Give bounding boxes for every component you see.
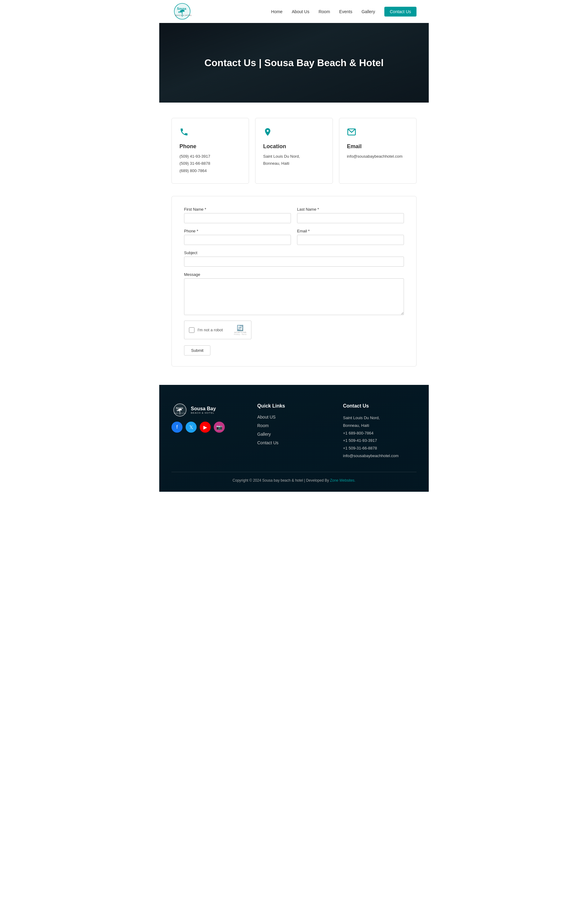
footer-link-about[interactable]: About US (257, 415, 275, 420)
contact-form-section: First Name * Last Name * Phone * Email *… (171, 196, 417, 366)
phone-title: Phone (179, 143, 241, 150)
svg-text:Sousa: Sousa (177, 7, 186, 10)
nav-about[interactable]: About Us (292, 9, 309, 14)
footer-contact-info: Contact Us Saint Louis Du Nord, Bonneau,… (343, 403, 417, 460)
nav-gallery[interactable]: Gallery (362, 9, 375, 14)
phone-input[interactable] (184, 235, 291, 245)
message-textarea[interactable] (184, 278, 404, 315)
email-input[interactable] (297, 235, 404, 245)
last-name-input[interactable] (297, 213, 404, 223)
footer-logo: Sousa Bay BEACH & HOTEL Sousa Bay BEACH … (171, 403, 216, 417)
nav-events[interactable]: Events (339, 9, 352, 14)
footer-logo-area: Sousa Bay BEACH & HOTEL Sousa Bay BEACH … (171, 403, 245, 460)
footer-logo-sub: BEACH & HOTEL (191, 412, 216, 414)
email-address: info@sousabaybeachhotel.com (347, 153, 409, 160)
footer-link-contact[interactable]: Contact Us (257, 440, 279, 445)
developer-link[interactable]: Zone Websites. (330, 478, 355, 483)
captcha-label: I'm not a robot (197, 328, 223, 332)
footer-contact-title: Contact Us (343, 403, 417, 409)
hero-section: Contact Us | Sousa Bay Beach & Hotel (159, 23, 429, 103)
subject-input[interactable] (184, 257, 404, 267)
footer-link-room[interactable]: Room (257, 423, 269, 428)
navbar: Sousa Bay BEACH & HOTEL Home About Us Ro… (159, 0, 429, 23)
captcha-checkbox[interactable] (189, 327, 194, 333)
nav-contact-button[interactable]: Contact Us (384, 7, 417, 16)
phone-icon (179, 127, 241, 139)
nav-room[interactable]: Room (319, 9, 330, 14)
submit-button[interactable]: Submit (184, 345, 210, 355)
footer-logo-name: Sousa Bay (191, 406, 216, 412)
phone-label: Phone * (184, 229, 291, 233)
last-name-label: Last Name * (297, 207, 404, 212)
footer-link-gallery[interactable]: Gallery (257, 432, 271, 437)
location-card: Location Saint Louis Du Nord, Bonneau, H… (255, 118, 332, 184)
logo[interactable]: Sousa Bay BEACH & HOTEL (171, 3, 194, 20)
location-title: Location (263, 143, 325, 150)
footer-contact-details: Saint Louis Du Nord, Bonneau, Haiti +1 6… (343, 414, 417, 460)
email-icon (347, 127, 409, 139)
quick-links-title: Quick Links (257, 403, 331, 409)
message-label: Message (184, 272, 404, 277)
phone-numbers: (509) 41-93-3917 (509) 31-66-8878 (689) … (179, 153, 241, 174)
hero-title: Contact Us | Sousa Bay Beach & Hotel (204, 57, 383, 68)
footer-quick-links: Quick Links About US Room Gallery Contac… (257, 403, 331, 460)
email-card: Email info@sousabaybeachhotel.com (339, 118, 417, 184)
footer: Sousa Bay BEACH & HOTEL Sousa Bay BEACH … (159, 385, 429, 492)
instagram-button[interactable]: 📷 (214, 421, 225, 433)
nav-home[interactable]: Home (271, 9, 282, 14)
subject-label: Subject (184, 251, 404, 255)
youtube-button[interactable]: ▶ (200, 421, 211, 433)
first-name-label: First Name * (184, 207, 291, 212)
nav-links: Home About Us Room Events Gallery Contac… (271, 9, 417, 15)
footer-copyright: Copyright © 2024 Sousa bay beach & hotel… (171, 478, 417, 483)
phone-card: Phone (509) 41-93-3917 (509) 31-66-8878 … (171, 118, 249, 184)
recaptcha-logo: 🔄 reCAPTCHA Privacy - Terms (234, 325, 246, 335)
captcha-box: I'm not a robot 🔄 reCAPTCHA Privacy - Te… (184, 321, 251, 339)
twitter-button[interactable]: 𝕏 (186, 421, 197, 433)
email-field-label: Email * (297, 229, 404, 233)
first-name-input[interactable] (184, 213, 291, 223)
location-address: Saint Louis Du Nord, Bonneau, Haiti (263, 153, 325, 167)
svg-text:BEACH & HOTEL: BEACH & HOTEL (175, 15, 192, 16)
email-title: Email (347, 143, 409, 150)
location-icon (263, 127, 325, 139)
footer-social: f 𝕏 ▶ 📷 (171, 421, 225, 433)
contact-form: First Name * Last Name * Phone * Email *… (184, 207, 404, 355)
contact-cards: Phone (509) 41-93-3917 (509) 31-66-8878 … (159, 118, 429, 184)
facebook-button[interactable]: f (171, 421, 182, 433)
